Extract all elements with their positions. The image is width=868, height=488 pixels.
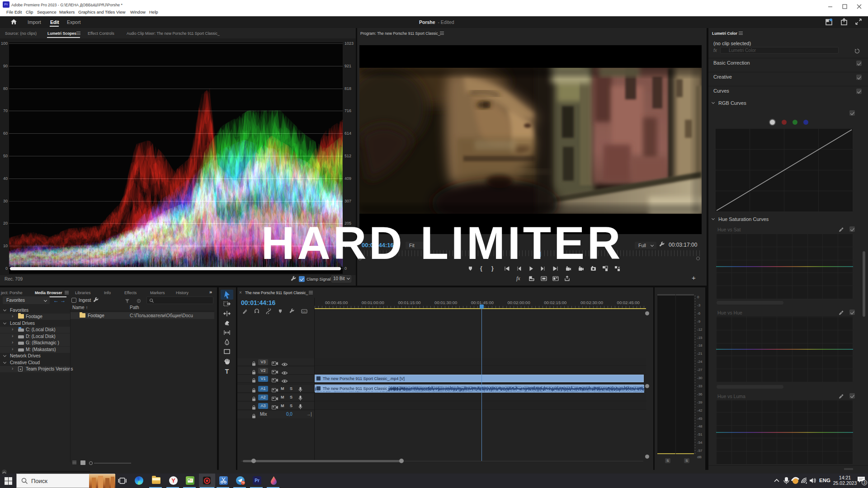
svg-text:CC: CC	[302, 310, 307, 313]
